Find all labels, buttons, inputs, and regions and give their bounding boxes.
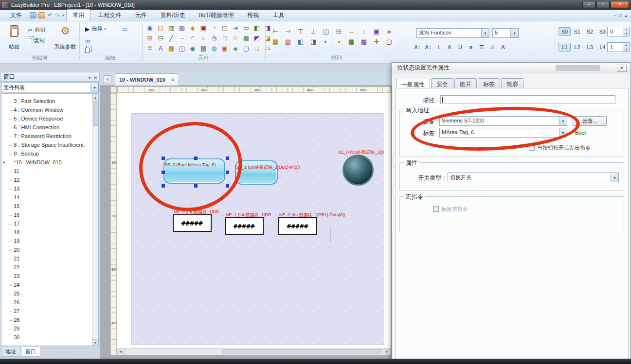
tree-item[interactable]: 29 (1, 324, 98, 333)
object-tool-icon[interactable]: ◈ (188, 23, 198, 33)
state-s-spinner[interactable]: 0 ▲▼ (607, 27, 630, 36)
cut-button[interactable]: ✂ 剪切 (26, 25, 47, 35)
object-tool-icon[interactable]: ◫ (177, 43, 187, 53)
object-tool-icon[interactable]: ◔ (209, 23, 219, 33)
selection-handle[interactable] (226, 156, 229, 160)
maximize-button[interactable]: + (596, 1, 610, 8)
font-style-icon[interactable]: ≡ (466, 43, 476, 52)
numeric-object[interactable]: ##### (173, 214, 212, 232)
undo-icon[interactable]: ↶ (48, 12, 52, 18)
state-button-l3[interactable]: L3 (584, 43, 596, 52)
object-tool-icon[interactable]: ~ (177, 33, 187, 43)
state-l-spinner[interactable]: 1 ▲▼ (607, 42, 630, 52)
menu-tab-5[interactable]: 检视 (241, 9, 266, 21)
arrange-tool-icon[interactable]: ⊥ (308, 26, 318, 36)
arrange-tool-icon[interactable]: ◨ (308, 36, 318, 46)
object-tool-icon[interactable]: ▢ (220, 23, 230, 33)
tree-item[interactable]: 30 (1, 333, 98, 342)
numeric-object[interactable]: ##### (278, 217, 317, 235)
arrange-tool-icon[interactable]: ↕ (359, 26, 369, 36)
canvas-tab-close-icon[interactable]: ✕ (171, 77, 175, 83)
arrange-tool-icon[interactable]: ◧ (296, 36, 306, 46)
font-style-icon[interactable]: U (455, 43, 465, 52)
object-tool-icon[interactable]: ▤ (156, 23, 165, 33)
checkbox-icon[interactable] (529, 145, 535, 151)
font-family-dropdown-icon[interactable]: ▾ (481, 29, 489, 37)
object-tool-icon[interactable]: ⠿ (145, 43, 155, 53)
system-parameters-button[interactable]: ⚙ 系统参数 (53, 23, 78, 52)
redo-icon[interactable]: ↷ (55, 12, 59, 18)
object-tool-icon[interactable]: ◧ (252, 23, 262, 33)
tree-item[interactable]: 25 (1, 289, 98, 298)
scroll-left-icon[interactable]: ◄ (117, 348, 125, 355)
tree-item[interactable]: 15 (1, 202, 98, 210)
ribbon-control-icon-2[interactable]: ▴ (625, 13, 627, 18)
paste-button[interactable]: 粘贴 (3, 23, 25, 52)
arrange-tool-icon[interactable]: ⊟ (334, 26, 343, 36)
object-tool-icon[interactable]: ◷ (209, 33, 219, 43)
menu-tab-2[interactable]: 元件 (128, 9, 153, 21)
tree-item[interactable]: 28 (1, 315, 98, 324)
horizontal-scrollbar[interactable]: ◄ ► (117, 348, 391, 355)
tag-dropdown-icon[interactable]: ▾ (559, 128, 567, 137)
state-button-l1[interactable]: L1 (559, 43, 571, 52)
tree-item[interactable]: 12 (1, 175, 98, 184)
font-size-combo[interactable]: 5 ▾ (492, 28, 519, 38)
arrange-tool-icon[interactable]: ▥ (283, 36, 293, 46)
object-list-combo[interactable]: 元件列表 ▾ (1, 83, 99, 92)
object-tool-icon[interactable]: □ (252, 43, 262, 53)
arrange-tool-icon[interactable]: ⊤ (296, 26, 306, 36)
state-button-s2[interactable]: S2 (584, 27, 596, 36)
object-tool-icon[interactable]: A (156, 43, 165, 53)
select-button[interactable]: ▶ 选择 ▾ (84, 24, 108, 34)
object-tool-icon[interactable]: ▣ (220, 43, 230, 53)
object-tool-icon[interactable]: ▥ (166, 23, 176, 33)
close-button[interactable]: ✕ (611, 1, 629, 8)
object-tool-icon[interactable]: ◜ (188, 33, 198, 43)
tree-item[interactable]: ▸*10 : WINDOW_010 (1, 158, 98, 167)
arrange-tool-icon[interactable]: ⊢ (270, 26, 280, 36)
panel-dropdown-icon[interactable]: ▾ (89, 73, 91, 82)
selection-handle[interactable] (226, 184, 229, 188)
numeric-object[interactable]: ##### (225, 217, 264, 235)
selection-handle[interactable] (226, 171, 229, 174)
tree-item[interactable]: 24 (1, 280, 98, 289)
font-style-icon[interactable]: ≣ (487, 43, 497, 52)
tree-item[interactable]: 5 : Device Response (1, 114, 98, 123)
dialog-close-button[interactable]: ✕ (617, 65, 627, 72)
selection-handle[interactable] (162, 171, 165, 174)
tree-item[interactable]: 18 (1, 228, 98, 237)
tree-item[interactable]: 23 (1, 272, 98, 280)
selection-handle[interactable] (194, 156, 198, 160)
tree-item[interactable]: 14 (1, 193, 98, 202)
tree-item[interactable]: 21 (1, 254, 98, 263)
arrange-tool-icon[interactable]: ▣ (372, 26, 381, 36)
tree-item[interactable]: 16 (1, 210, 98, 219)
tree-item[interactable]: 19 (1, 237, 98, 245)
menu-tab-0[interactable]: 常用 (66, 9, 90, 21)
object-tool-icon[interactable]: ⊟ (156, 33, 165, 43)
switch-type-combo[interactable]: 切换开关 ▾ (448, 173, 619, 182)
object-tool-icon[interactable]: ◩ (252, 33, 262, 43)
object-tool-icon[interactable]: ⊞ (145, 33, 155, 43)
object-tool-icon[interactable]: ▦ (166, 43, 176, 53)
tab-nav-left-icon[interactable]: ◁ (104, 75, 111, 83)
description-input[interactable] (440, 95, 615, 104)
menu-tab-6[interactable]: 工具 (267, 9, 291, 21)
tree-item[interactable]: 17 (1, 219, 98, 228)
arrange-tool-icon[interactable]: ✚ (372, 36, 381, 46)
panel-close-icon[interactable]: ✕ (93, 73, 97, 82)
file-menu[interactable]: 文件 (4, 9, 28, 21)
device-dropdown-icon[interactable]: ▾ (559, 117, 567, 125)
tree-item[interactable]: 22 (1, 263, 98, 272)
font-style-icon[interactable]: A↓ (423, 43, 433, 52)
arrange-tool-icon[interactable]: ▢ (384, 36, 394, 46)
font-family-combo[interactable]: 3DS Fonticon ▾ (416, 28, 489, 38)
object-tool-icon[interactable]: ☆ (231, 33, 240, 43)
object-tool-icon[interactable]: ▤ (198, 43, 208, 53)
font-style-icon[interactable]: A (445, 43, 454, 52)
spinner-arrows-icon[interactable]: ▲▼ (623, 43, 629, 52)
ribbon-control-icon-1[interactable]: □ (619, 13, 622, 18)
object-tool-icon[interactable]: ◈ (231, 43, 240, 53)
quick-access-dropdown-icon[interactable]: ▾ (62, 13, 64, 17)
